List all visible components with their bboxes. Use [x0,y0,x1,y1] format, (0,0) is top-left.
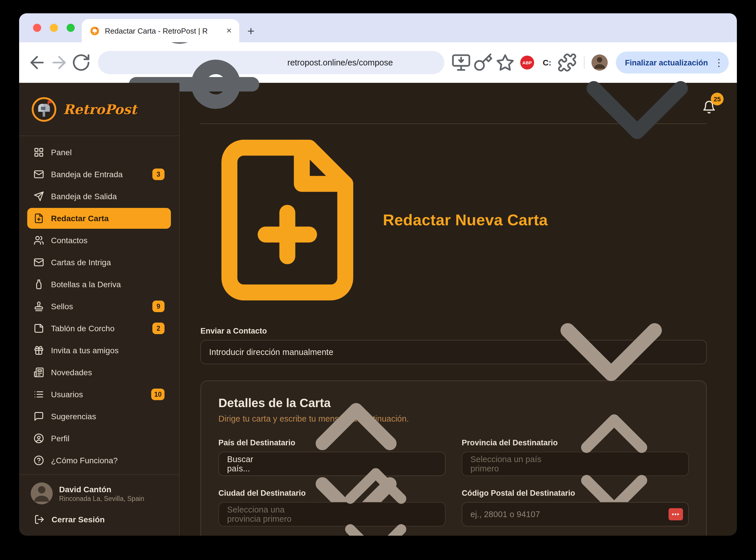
tab-strip: Redactar Carta - RetroPost | R × + [19,13,737,42]
tab-title: Redactar Carta - RetroPost | R [105,26,219,35]
file-plus-icon [34,213,44,223]
sidebar-item-label: Panel [51,148,72,157]
sidebar: RetroPost PanelBandeja de Entrada3Bandej… [19,83,180,536]
zip-label: Código Postal del Destinatario [462,489,689,497]
sidebar-item-label: Perfil [51,434,69,443]
browser-tab[interactable]: Redactar Carta - RetroPost | R × [82,19,239,42]
tab-list-chevron-icon[interactable] [550,23,724,197]
sidebar-item-badge: 9 [152,301,164,312]
user-card[interactable]: David Cantón Rinconada La, Sevilla, Spai… [19,475,179,507]
sidebar-item-label: Sugerencias [51,412,96,421]
adblock-extension-icon[interactable]: ABP [520,56,534,69]
minimize-window-button[interactable] [50,24,58,32]
sidebar-nav: PanelBandeja de Entrada3Bandeja de Salid… [19,136,179,474]
back-button[interactable] [27,53,47,73]
new-tab-button[interactable]: + [247,25,255,37]
help-icon [34,455,44,466]
sidebar-item-label: Redactar Carta [51,214,108,223]
sidebar-item-label: ¿Cómo Funciona? [51,456,118,465]
sidebar-item-label: Contactos [51,236,87,245]
retropost-favicon-icon [90,26,100,36]
sidebar-item-label: Sellos [51,302,73,311]
sidebar-item-sugerencias[interactable]: Sugerencias [27,406,171,427]
city-select[interactable]: Selecciona una provincia primero [218,502,445,526]
compose-page-icon [200,133,374,307]
sidebar-item-perfil[interactable]: Perfil [27,428,171,449]
sidebar-item-panel[interactable]: Panel [27,142,171,163]
zip-input[interactable] [462,502,689,526]
note-icon [34,323,44,334]
letter-details-card: Detalles de la Carta Dirige tu carta y e… [200,380,707,536]
province-select[interactable]: Selecciona un país primero [462,452,689,476]
grid-icon [34,147,44,158]
logout-button[interactable]: Cerrar Sesión [19,507,179,525]
password-key-icon[interactable] [473,53,493,73]
sidebar-item-novedades[interactable]: Novedades [27,362,171,383]
tab-close-icon[interactable]: × [224,26,234,35]
password-manager-icon[interactable]: ••• [669,508,683,520]
sidebar-item-cartas-de-intriga[interactable]: Cartas de Intriga [27,252,171,273]
retropost-logo[interactable]: RetroPost [19,83,179,136]
sidebar-item-bandeja-de-entrada[interactable]: Bandeja de Entrada3 [27,164,171,185]
page-title: Redactar Nueva Carta [383,211,548,229]
logo-text: RetroPost [63,101,137,117]
sidebar-item-label: Tablón de Corcho [51,324,115,333]
sidebar-item-label: Bandeja de Entrada [51,170,123,179]
sidebar-item-usuarios[interactable]: Usuarios10 [27,384,171,405]
zoom-window-button[interactable] [67,24,75,32]
sidebar-item-tablon-de-corcho[interactable]: Tablón de Corcho2 [27,318,171,339]
user-circle-icon [34,433,44,444]
reload-button[interactable] [71,53,91,73]
notifications-button[interactable]: 25 [702,100,716,114]
sidebar-item-como-funciona[interactable]: ¿Cómo Funciona? [27,450,171,471]
logout-icon [34,514,45,525]
sidebar-item-botellas-a-la-deriva[interactable]: Botellas a la Deriva [27,274,171,295]
sidebar-item-invita-a-tus-amigos[interactable]: Invita a tus amigos [27,340,171,361]
screen: Redactar Carta - RetroPost | R × + retro… [0,0,756,560]
mail-icon [34,257,44,267]
logout-label: Cerrar Sesión [52,515,105,524]
user-location: Rinconada La, Sevilla, Spain [59,495,144,502]
sidebar-item-contactos[interactable]: Contactos [27,230,171,251]
sidebar-item-label: Bandeja de Salida [51,192,117,201]
sidebar-item-badge: 10 [151,388,164,400]
user-avatar [31,482,53,504]
notifications-badge: 25 [711,93,723,105]
users-icon [34,235,44,245]
address-bar[interactable]: retropost.online/es/compose [98,51,444,74]
sidebar-item-sellos[interactable]: Sellos9 [27,296,171,317]
sidebar-item-label: Cartas de Intriga [51,258,111,267]
browser-window: Redactar Carta - RetroPost | R × + retro… [19,13,737,536]
send-to-select[interactable]: Introducir dirección manualmente [200,340,707,364]
chat-icon [34,411,44,422]
list-icon [34,389,44,400]
window-controls [33,24,75,32]
news-icon [34,367,44,378]
install-app-icon[interactable] [451,53,471,73]
sidebar-item-label: Novedades [51,368,92,377]
bottle-icon [34,279,44,289]
mail-icon [34,169,44,180]
bookmark-star-icon[interactable] [495,53,515,73]
mailbox-logo-icon [31,96,57,122]
user-name: David Cantón [59,485,144,494]
c-extension-icon[interactable]: C: [543,58,552,67]
sidebar-item-label: Invita a tus amigos [51,346,118,355]
send-icon [34,191,44,202]
url-text: retropost.online/es/compose [287,58,393,67]
forward-button[interactable] [49,53,69,73]
chevrons-up-down-icon [315,453,437,536]
stamp-icon [34,301,44,312]
sidebar-item-label: Usuarios [51,390,83,399]
close-window-button[interactable] [33,24,41,32]
sidebar-item-redactar-carta[interactable]: Redactar Carta [27,208,171,229]
sidebar-item-badge: 3 [152,168,164,180]
sidebar-item-label: Botellas a la Deriva [51,280,121,289]
sidebar-item-badge: 2 [152,323,164,334]
send-to-value: Introducir dirección manualmente [209,347,333,357]
gift-icon [34,345,44,356]
sidebar-item-bandeja-de-salida[interactable]: Bandeja de Salida [27,186,171,207]
